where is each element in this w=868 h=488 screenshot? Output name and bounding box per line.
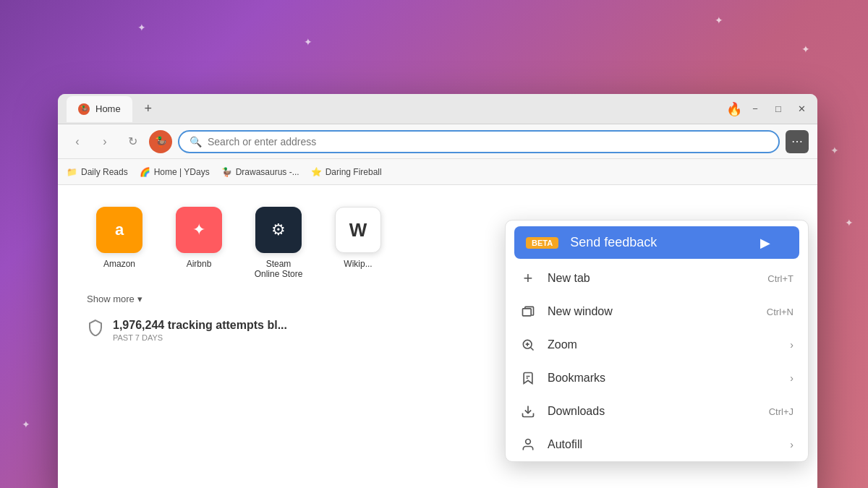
- svg-rect-0: [523, 309, 532, 316]
- window-controls: − □ ✕: [748, 102, 809, 116]
- svg-point-8: [526, 440, 531, 445]
- steam-label: SteamOnline Store: [255, 259, 303, 279]
- shield-icon: [87, 319, 104, 336]
- new-tab-button[interactable]: +: [138, 99, 158, 119]
- cursor-icon: ▶: [760, 235, 770, 251]
- bookmark-label: Drawasaurus -...: [236, 167, 299, 177]
- browser-window: 🦆 Home + 🔥 − □ ✕ ‹ › ↻ 🦆 🔍 ⋯ 📁 Daily Rea…: [58, 94, 817, 488]
- tracking-period: PAST 7 DAYS: [113, 333, 287, 342]
- amazon-icon: a: [96, 207, 142, 253]
- autofill-menu-item[interactable]: Autofill ›: [506, 428, 808, 461]
- title-bar: 🦆 Home + 🔥 − □ ✕: [58, 94, 817, 124]
- bookmarks-menu-item[interactable]: Bookmarks ›: [506, 361, 808, 395]
- downloads-icon: [520, 403, 536, 419]
- bookmark-label: Daily Reads: [81, 167, 128, 177]
- address-bar[interactable]: 🔍: [178, 130, 780, 153]
- duck-bookmark-icon: 🦆: [221, 167, 232, 177]
- forward-button[interactable]: ›: [94, 131, 116, 153]
- navigation-bar: ‹ › ↻ 🦆 🔍 ⋯: [58, 124, 817, 159]
- bookmark-ydays[interactable]: 🌈 Home | YDays: [140, 167, 210, 177]
- tab-title: Home: [95, 103, 121, 114]
- zoom-label: Zoom: [548, 338, 778, 351]
- main-content: a Amazon ✦ Airbnb ⚙ SteamOnline Store W …: [58, 185, 817, 488]
- chevron-down-icon: ▾: [137, 294, 142, 304]
- wikipedia-label: Wikip...: [344, 259, 372, 269]
- downloads-label: Downloads: [548, 405, 757, 418]
- svg-line-2: [531, 348, 534, 351]
- autofill-arrow: ›: [790, 439, 793, 450]
- beta-send-feedback-button[interactable]: BETA Send feedback ▶: [514, 226, 799, 259]
- refresh-button[interactable]: ↻: [122, 131, 143, 153]
- new-window-shortcut: Ctrl+N: [767, 307, 793, 317]
- sparkle-4: ✦: [801, 43, 810, 55]
- bookmarks-label: Bookmarks: [548, 372, 778, 385]
- sparkle-5: ✦: [22, 419, 30, 430]
- sparkle-2: ✦: [304, 36, 312, 48]
- downloads-shortcut: Ctrl+J: [769, 406, 793, 417]
- sparkle-1: ✦: [137, 22, 146, 33]
- send-feedback-label: Send feedback: [570, 235, 788, 250]
- amazon-label: Amazon: [103, 259, 135, 269]
- fire-icon: 🔥: [726, 101, 742, 117]
- bookmark-label: Home | YDays: [154, 167, 210, 177]
- autofill-label: Autofill: [548, 438, 778, 451]
- bookmark-daily-reads[interactable]: 📁 Daily Reads: [67, 167, 128, 177]
- airbnb-label: Airbnb: [187, 259, 212, 269]
- sparkle-8: ✦: [845, 217, 854, 228]
- dropdown-menu: BETA Send feedback ▶ + New tab Ctrl+T Ne…: [505, 220, 809, 462]
- wikipedia-icon: W: [335, 207, 381, 253]
- zoom-icon: [520, 337, 536, 353]
- new-tab-label: New tab: [548, 272, 756, 285]
- browser-menu-button[interactable]: ⋯: [786, 130, 809, 153]
- active-tab[interactable]: 🦆 Home: [67, 96, 132, 122]
- quick-item-amazon[interactable]: a Amazon: [87, 207, 152, 279]
- maximize-button[interactable]: □: [771, 102, 786, 116]
- sparkle-3: ✦: [715, 14, 723, 26]
- quick-item-wikipedia[interactable]: W Wikip...: [326, 207, 391, 279]
- duck-logo: 🦆: [149, 130, 172, 153]
- folder-icon: 📁: [67, 167, 77, 177]
- bookmark-label: Daring Fireball: [326, 167, 382, 177]
- star-icon: ⭐: [311, 167, 322, 177]
- search-icon: 🔍: [190, 136, 202, 147]
- tracking-count: 1,976,244 tracking attempts bl...: [113, 319, 287, 332]
- menu-dots-icon: ⋯: [791, 134, 803, 148]
- new-window-menu-item[interactable]: New window Ctrl+N: [506, 295, 808, 328]
- zoom-menu-item[interactable]: Zoom ›: [506, 328, 808, 361]
- quick-item-airbnb[interactable]: ✦ Airbnb: [166, 207, 231, 279]
- bookmark-daring-fireball[interactable]: ⭐ Daring Fireball: [311, 167, 382, 177]
- airbnb-icon: ✦: [176, 207, 222, 253]
- minimize-button[interactable]: −: [748, 102, 762, 116]
- bookmarks-bar: 📁 Daily Reads 🌈 Home | YDays 🦆 Drawasaur…: [58, 159, 817, 185]
- address-input[interactable]: [208, 136, 768, 147]
- zoom-arrow: ›: [790, 339, 793, 351]
- new-window-label: New window: [548, 305, 755, 318]
- new-window-icon: [520, 304, 536, 320]
- autofill-icon: [520, 437, 536, 453]
- close-button[interactable]: ✕: [794, 102, 809, 116]
- bookmarks-arrow: ›: [790, 372, 793, 384]
- beta-badge: BETA: [526, 237, 558, 249]
- downloads-menu-item[interactable]: Downloads Ctrl+J: [506, 395, 808, 428]
- steam-icon: ⚙: [255, 207, 302, 253]
- rainbow-icon: 🌈: [140, 167, 150, 177]
- new-tab-menu-item[interactable]: + New tab Ctrl+T: [506, 262, 808, 295]
- bookmarks-icon: [520, 370, 536, 386]
- new-tab-shortcut: Ctrl+T: [767, 273, 793, 284]
- back-button[interactable]: ‹: [67, 131, 88, 153]
- bookmark-drawasaurus[interactable]: 🦆 Drawasaurus -...: [221, 167, 299, 177]
- quick-item-steam[interactable]: ⚙ SteamOnline Store: [246, 207, 311, 279]
- sparkle-7: ✦: [830, 145, 839, 156]
- plus-icon: +: [520, 270, 536, 286]
- tab-favicon: 🦆: [78, 103, 90, 115]
